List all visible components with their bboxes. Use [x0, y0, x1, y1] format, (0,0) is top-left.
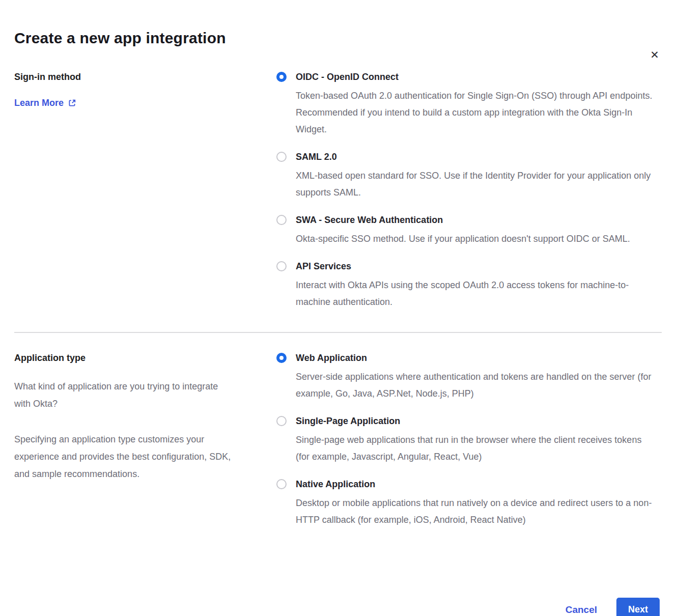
- option-label-swa: SWA - Secure Web Authentication: [296, 213, 630, 227]
- signin-method-heading: Sign-in method: [14, 70, 276, 83]
- option-label-native-application: Native Application: [296, 478, 655, 491]
- radio-button-native-application[interactable]: [276, 479, 287, 489]
- close-icon[interactable]: ✕: [647, 48, 662, 62]
- radio-button-saml[interactable]: [276, 152, 287, 162]
- option-description-oidc: Token-based OAuth 2.0 authentication for…: [296, 88, 655, 138]
- option-description-web-application: Server-side applications where authentic…: [296, 369, 655, 402]
- create-app-integration-dialog: ✕ Create a new app integration Sign-in m…: [0, 30, 678, 616]
- application-type-options: Web Application Server-side applications…: [276, 351, 660, 528]
- option-description-single-page-application: Single-page web applications that run in…: [296, 432, 655, 465]
- next-button[interactable]: Next: [616, 598, 660, 616]
- application-type-left-column: Application type What kind of applicatio…: [14, 351, 276, 528]
- external-link-icon: [68, 99, 76, 107]
- option-description-api-services: Interact with Okta APIs using the scoped…: [296, 277, 655, 311]
- radio-button-api-services[interactable]: [276, 261, 287, 271]
- option-label-saml: SAML 2.0: [296, 150, 655, 163]
- radio-option-oidc[interactable]: OIDC - OpenID Connect Token-based OAuth …: [276, 70, 660, 138]
- application-type-heading: Application type: [14, 351, 276, 365]
- dialog-title: Create a new app integration: [14, 30, 664, 47]
- radio-option-api-services[interactable]: API Services Interact with Okta APIs usi…: [276, 260, 660, 311]
- option-description-swa: Okta-specific SSO method. Use if your ap…: [296, 231, 630, 247]
- cancel-button[interactable]: Cancel: [566, 604, 597, 615]
- signin-method-section: Sign-in method Learn More OIDC - OpenID …: [0, 70, 678, 311]
- option-label-api-services: API Services: [296, 260, 655, 273]
- radio-option-saml[interactable]: SAML 2.0 XML-based open standard for SSO…: [276, 150, 660, 201]
- learn-more-label: Learn More: [14, 97, 64, 109]
- application-type-description-2: Specifying an application type customize…: [14, 431, 234, 483]
- learn-more-link[interactable]: Learn More: [14, 97, 76, 109]
- signin-method-left-column: Sign-in method Learn More: [14, 70, 276, 311]
- radio-option-native-application[interactable]: Native Application Desktop or mobile app…: [276, 478, 660, 528]
- section-divider: [14, 332, 662, 333]
- radio-button-web-application[interactable]: [276, 353, 287, 363]
- option-label-single-page-application: Single-Page Application: [296, 414, 655, 428]
- radio-button-single-page-application[interactable]: [276, 416, 287, 426]
- option-label-web-application: Web Application: [296, 351, 655, 365]
- option-description-saml: XML-based open standard for SSO. Use if …: [296, 167, 655, 201]
- radio-option-swa[interactable]: SWA - Secure Web Authentication Okta-spe…: [276, 213, 660, 247]
- application-type-description-1: What kind of application are you trying …: [14, 378, 234, 412]
- radio-option-single-page-application[interactable]: Single-Page Application Single-page web …: [276, 414, 660, 465]
- radio-button-oidc[interactable]: [276, 72, 287, 82]
- radio-button-swa[interactable]: [276, 215, 287, 225]
- option-label-oidc: OIDC - OpenID Connect: [296, 70, 655, 83]
- dialog-footer: Cancel Next: [566, 598, 660, 616]
- radio-option-web-application[interactable]: Web Application Server-side applications…: [276, 351, 660, 402]
- option-description-native-application: Desktop or mobile applications that run …: [296, 495, 655, 528]
- application-type-section: Application type What kind of applicatio…: [0, 351, 678, 528]
- signin-method-options: OIDC - OpenID Connect Token-based OAuth …: [276, 70, 660, 311]
